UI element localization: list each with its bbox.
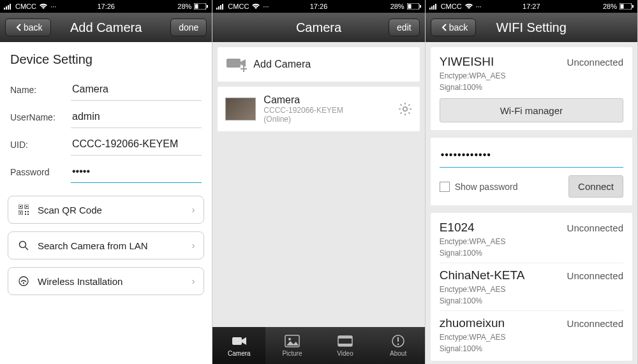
section-title: Device Setting	[0, 42, 212, 73]
svg-rect-41	[429, 8, 431, 10]
status-bar: CMCC ··· 17:26 28%	[0, 0, 212, 13]
wifi-password-input[interactable]	[440, 145, 623, 168]
show-password-label: Show password	[455, 182, 518, 192]
svg-rect-15	[25, 214, 26, 215]
battery-label: 28%	[390, 3, 404, 10]
network-signal: Signal:100%	[440, 344, 623, 353]
svg-point-40	[397, 344, 399, 346]
wireless-install-button[interactable]: Wireless Installation ›	[8, 267, 204, 295]
scan-qr-button[interactable]: Scan QR Code ›	[8, 196, 204, 224]
nav-bar: Camera edit	[212, 13, 424, 42]
screen-camera-list: CMCC ··· 17:26 28% Camera edit	[212, 0, 425, 364]
camera-info: Camera CCCC-192066-KEYEM (Online)	[263, 94, 397, 124]
network-state: Unconnected	[567, 222, 623, 233]
network-enctype: Enctype:WPA_AES	[440, 285, 623, 294]
network-item[interactable]: E1024 Unconnected Enctype:WPA_AES Signal…	[440, 221, 623, 263]
carrier-label: CMCC	[15, 3, 36, 10]
tab-camera[interactable]: Camera	[212, 327, 265, 364]
tab-video[interactable]: Video	[318, 327, 371, 364]
password-input[interactable]	[71, 161, 202, 183]
svg-rect-3	[10, 4, 11, 10]
tab-video-label: Video	[337, 350, 353, 357]
network-item[interactable]: ChinaNet-KETA Unconnected Enctype:WPA_AE…	[440, 263, 623, 311]
svg-point-31	[403, 107, 406, 111]
battery-label: 28%	[603, 3, 617, 10]
search-lan-label: Search Camera from LAN	[38, 240, 192, 251]
chevron-left-icon	[441, 24, 447, 31]
qr-icon	[17, 205, 30, 215]
camera-status: (Online)	[263, 115, 397, 124]
svg-rect-32	[232, 337, 242, 345]
svg-rect-11	[26, 206, 27, 207]
wifi-icon	[464, 3, 473, 10]
camera-plus-icon	[225, 56, 247, 73]
back-button[interactable]: back	[431, 18, 477, 36]
battery-label: 28%	[177, 3, 191, 10]
network-signal: Signal:100%	[440, 296, 623, 305]
camera-uid: CCCC-192066-KEYEM	[263, 106, 397, 115]
svg-point-20	[23, 282, 24, 284]
uid-row: UID:	[0, 128, 212, 156]
username-label: UserName:	[10, 112, 71, 122]
edit-button[interactable]: edit	[389, 18, 420, 36]
svg-rect-42	[431, 6, 433, 10]
svg-rect-44	[435, 4, 436, 10]
camera-icon	[232, 334, 247, 348]
done-button[interactable]: done	[170, 18, 207, 36]
scan-qr-label: Scan QR Code	[38, 205, 192, 215]
gear-icon[interactable]	[398, 102, 412, 116]
wireless-install-label: Wireless Installation	[38, 276, 192, 287]
camera-item[interactable]: Camera CCCC-192066-KEYEM (Online)	[218, 87, 419, 131]
tab-camera-label: Camera	[228, 350, 251, 357]
picture-icon	[285, 334, 300, 348]
status-bar: CMCC ··· 17:27 28%	[426, 0, 637, 13]
current-enctype: Enctype:WPA_AES	[440, 71, 623, 80]
show-password-toggle[interactable]: Show password	[440, 182, 518, 192]
back-button[interactable]: back	[5, 18, 51, 36]
svg-rect-14	[27, 211, 29, 212]
password-row: Password	[0, 156, 212, 183]
network-enctype: Enctype:WPA_AES	[440, 333, 623, 342]
connect-button[interactable]: Connect	[568, 175, 623, 198]
more-dots: ···	[263, 3, 269, 10]
wifi-icon	[251, 3, 260, 10]
svg-rect-16	[27, 214, 29, 215]
svg-rect-36	[338, 336, 352, 339]
nav-bar: back WIFI Setting	[426, 13, 637, 42]
current-network-card: YIWEISHI Unconnected Enctype:WPA_AES Sig…	[431, 47, 632, 130]
svg-line-18	[26, 247, 29, 251]
signal-icon	[429, 3, 438, 10]
username-input[interactable]	[71, 106, 202, 128]
tab-about[interactable]: About	[372, 327, 425, 364]
svg-rect-2	[8, 5, 9, 10]
battery-icon	[407, 3, 421, 10]
network-state: Unconnected	[567, 318, 623, 329]
tab-bar: Camera Picture Video About	[212, 327, 424, 364]
network-item[interactable]: zhuomeixun Unconnected Enctype:WPA_AES S…	[440, 311, 623, 353]
network-ssid: zhuomeixun	[440, 316, 505, 330]
name-row: Name:	[0, 73, 212, 101]
svg-rect-6	[207, 5, 208, 8]
svg-rect-21	[216, 8, 218, 10]
svg-point-19	[19, 277, 28, 286]
uid-input[interactable]	[71, 133, 202, 156]
name-input[interactable]	[71, 78, 202, 101]
content: Device Setting Name: UserName: UID: Pass…	[0, 42, 212, 364]
wifi-icon	[39, 3, 48, 10]
wifi-manager-button[interactable]: Wi-Fi manager	[440, 98, 623, 122]
video-icon	[338, 334, 353, 348]
search-icon	[17, 240, 30, 251]
svg-rect-13	[25, 211, 26, 212]
network-enctype: Enctype:WPA_AES	[440, 237, 623, 246]
svg-rect-0	[4, 8, 5, 10]
current-signal: Signal:100%	[440, 83, 623, 92]
battery-icon	[194, 3, 208, 10]
camera-name: Camera	[263, 94, 397, 106]
chevron-left-icon	[16, 24, 21, 31]
action-list: Scan QR Code › Search Camera from LAN › …	[0, 183, 212, 295]
about-icon	[390, 334, 406, 348]
search-lan-button[interactable]: Search Camera from LAN ›	[8, 231, 204, 259]
network-state: Unconnected	[567, 270, 623, 281]
tab-picture[interactable]: Picture	[265, 327, 318, 364]
add-camera-button[interactable]: Add Camera	[218, 47, 419, 82]
